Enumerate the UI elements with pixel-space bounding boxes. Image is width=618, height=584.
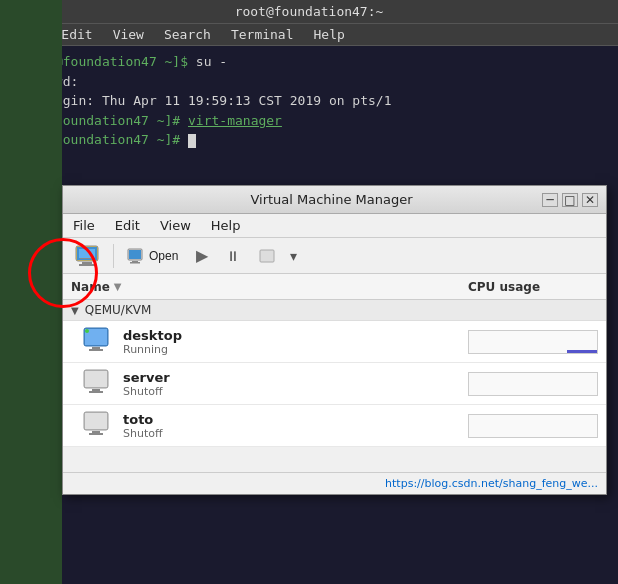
vm-desktop-status: Running <box>123 343 468 356</box>
vm-server-name: server <box>123 370 468 385</box>
svg-rect-18 <box>92 389 100 391</box>
statusbar-url: https://blog.csdn.net/shang_feng_we... <box>385 477 598 490</box>
vmm-menu-view[interactable]: View <box>156 216 195 235</box>
terminal-content: [kiosk@foundation47 ~]$ su - Password: L… <box>0 46 618 156</box>
svg-rect-14 <box>92 347 100 349</box>
vm-row-desktop[interactable]: desktop Running <box>63 321 606 363</box>
terminal-titlebar: root@foundation47:~ <box>0 0 618 24</box>
svg-rect-4 <box>79 249 95 258</box>
vmm-window-title: Virtual Machine Manager <box>121 192 542 207</box>
vmm-minimize-button[interactable]: ─ <box>542 193 558 207</box>
vmm-new-vm-button[interactable] <box>69 242 107 270</box>
open-button-label: Open <box>149 249 178 263</box>
terminal-menu-help[interactable]: Help <box>312 26 347 43</box>
vm-desktop-name: desktop <box>123 328 468 343</box>
vmm-open-button[interactable]: Open <box>120 242 185 270</box>
vmm-qemu-group[interactable]: ▼ QEMU/KVM <box>63 300 606 321</box>
vmm-play-button[interactable]: ▶ <box>189 242 215 270</box>
vmm-titlebar: Virtual Machine Manager ─ □ ✕ <box>63 186 606 214</box>
screen-icon <box>127 248 145 264</box>
vm-server-cpu-bar-container <box>468 372 598 396</box>
terminal-line-4: [root@foundation47 ~]# virt-manager <box>8 111 610 131</box>
vmm-close-button[interactable]: ✕ <box>582 193 598 207</box>
svg-rect-5 <box>80 258 94 259</box>
terminal-line-2: Password: <box>8 72 610 92</box>
col-name-sort-icon: ▼ <box>114 281 122 292</box>
svg-rect-15 <box>89 349 103 351</box>
vmm-maximize-button[interactable]: □ <box>562 193 578 207</box>
col-name-label: Name <box>71 280 110 294</box>
svg-rect-9 <box>130 262 140 264</box>
vm-desktop-cpu-bar <box>567 350 597 353</box>
terminal-title: root@foundation47:~ <box>235 4 384 19</box>
vmm-table-header: Name ▼ CPU usage <box>63 274 606 300</box>
svg-rect-2 <box>79 264 95 266</box>
vm-server-icon <box>83 368 115 400</box>
svg-rect-1 <box>82 262 92 264</box>
vm-desktop-cpu-bar-container <box>468 330 598 354</box>
vm-server-info: server Shutoff <box>123 370 468 398</box>
vmm-stop-button[interactable] <box>251 242 283 270</box>
svg-point-13 <box>85 329 89 333</box>
vm-desktop-icon <box>83 326 115 358</box>
vm-row-server[interactable]: server Shutoff <box>63 363 606 405</box>
vmm-menubar[interactable]: File Edit View Help <box>63 214 606 238</box>
vm-server-status: Shutoff <box>123 385 468 398</box>
vmm-window: Virtual Machine Manager ─ □ ✕ File Edit … <box>62 185 607 495</box>
terminal-menu-search[interactable]: Search <box>162 26 213 43</box>
vmm-dropdown-button[interactable]: ▾ <box>287 242 300 270</box>
terminal-menubar[interactable]: File Edit View Search Terminal Help <box>0 24 618 46</box>
terminal-menu-terminal[interactable]: Terminal <box>229 26 296 43</box>
vm-row-toto[interactable]: toto Shutoff <box>63 405 606 447</box>
terminal-menu-edit[interactable]: Edit <box>59 26 94 43</box>
terminal-line-1: [kiosk@foundation47 ~]$ su - <box>8 52 610 72</box>
vm-toto-status: Shutoff <box>123 427 468 440</box>
terminal-line-5: [root@foundation47 ~]# <box>8 130 610 150</box>
vm-toto-cpu-bar-container <box>468 414 598 438</box>
svg-rect-19 <box>89 391 103 393</box>
terminal-line-3: Last login: Thu Apr 11 19:59:13 CST 2019… <box>8 91 610 111</box>
toolbar-separator-1 <box>113 244 114 268</box>
terminal-menu-view[interactable]: View <box>111 26 146 43</box>
group-triangle-icon: ▼ <box>71 305 79 316</box>
svg-rect-22 <box>92 431 100 433</box>
svg-rect-17 <box>85 371 107 387</box>
svg-rect-23 <box>89 433 103 435</box>
vm-toto-icon <box>83 410 115 442</box>
vmm-menu-file[interactable]: File <box>69 216 99 235</box>
group-label: QEMU/KVM <box>85 303 152 317</box>
desktop-panel <box>0 0 62 584</box>
col-name-header: Name ▼ <box>71 280 468 294</box>
vmm-menu-edit[interactable]: Edit <box>111 216 144 235</box>
vmm-menu-help[interactable]: Help <box>207 216 245 235</box>
svg-rect-7 <box>129 250 141 259</box>
svg-rect-21 <box>85 413 107 429</box>
monitor-icon <box>74 244 102 268</box>
svg-rect-10 <box>260 250 274 262</box>
vm-desktop-info: desktop Running <box>123 328 468 356</box>
stop-icon <box>258 248 276 264</box>
vmm-pause-button[interactable]: ⏸ <box>219 242 247 270</box>
vmm-statusbar: https://blog.csdn.net/shang_feng_we... <box>63 472 606 494</box>
col-cpu-header: CPU usage <box>468 280 598 294</box>
vm-toto-name: toto <box>123 412 468 427</box>
vm-toto-info: toto Shutoff <box>123 412 468 440</box>
vmm-toolbar: Open ▶ ⏸ ▾ <box>63 238 606 274</box>
vmm-titlebar-controls[interactable]: ─ □ ✕ <box>542 193 598 207</box>
